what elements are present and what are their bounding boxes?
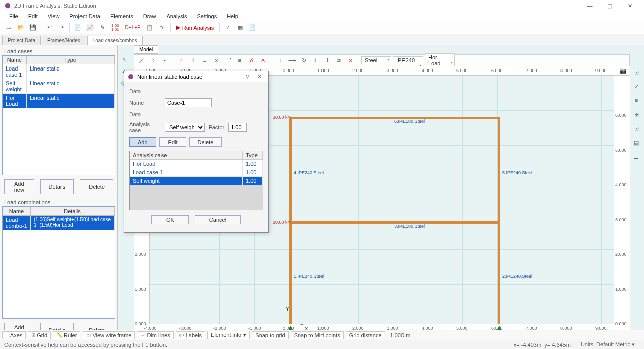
edit-button[interactable]: Edit — [159, 137, 186, 147]
snap-mid-toggle[interactable]: Snap to Mid points — [291, 331, 344, 339]
add-new-button[interactable]: Add new — [4, 179, 34, 194]
support-roller-icon[interactable]: ⟟ — [188, 55, 198, 65]
support-pin-icon[interactable]: ⌂ — [177, 55, 187, 65]
frame-element[interactable] — [498, 117, 500, 324]
hinge-icon[interactable]: ⊙ — [211, 55, 221, 65]
table-row[interactable]: Hor LoadLinear static — [3, 94, 115, 108]
analysis-cases-table[interactable]: Analysis case Type Hor Load1.00 Load cas… — [129, 151, 263, 210]
ok-button[interactable]: OK — [151, 215, 189, 224]
table-row[interactable]: Hor Load1.00 — [130, 160, 263, 168]
table-row[interactable]: Self weight1.00 — [130, 177, 263, 185]
dimlines-toggle[interactable]: ↔Dim lines — [137, 331, 173, 339]
delete-button[interactable]: Delete — [80, 179, 113, 194]
list-icon[interactable]: ☰ — [631, 151, 642, 162]
dll-button[interactable]: D+L+E — [123, 22, 143, 33]
node-icon[interactable]: • — [159, 55, 170, 65]
maximize-button[interactable]: ▢ — [600, 0, 620, 11]
chart-icon[interactable]: 📈 — [85, 22, 96, 33]
wireframe-toggle[interactable]: ▭View wire frame — [83, 331, 135, 339]
canvas-toolbar: ／ ⌇ • ⌂ ⟟ ⫠ ⊙ ⋮⋮ ≋ ⌂̸ ✕ ↓ ⟶ ↻ ⫴ ⤈ ⧉ ✕ St… — [134, 54, 630, 66]
view-icon[interactable]: ⊡ — [631, 66, 642, 78]
export-icon[interactable]: ⇲ — [156, 22, 168, 33]
draw-line-icon[interactable]: ／ — [136, 55, 146, 65]
support-fixed-icon[interactable]: ⫠ — [200, 55, 210, 65]
open-icon[interactable]: 📂 — [15, 22, 26, 33]
undo-icon[interactable]: ↶ — [44, 22, 55, 33]
point-load-icon[interactable]: ↓ — [276, 55, 286, 65]
menu-help[interactable]: Help — [222, 12, 244, 20]
cancel-button[interactable]: Cancel — [195, 215, 241, 224]
report-icon[interactable]: 📄 — [72, 22, 84, 33]
ratio-button[interactable]: 1.60 1.5L — [109, 22, 122, 33]
moment-icon[interactable]: ↻ — [299, 55, 309, 65]
minimize-button[interactable]: — — [580, 0, 600, 11]
loadcase-select[interactable]: Hor Load — [425, 53, 455, 67]
snap-grid-toggle[interactable]: Snap to grid — [252, 331, 288, 339]
menu-project-data[interactable]: Project Data — [64, 12, 105, 20]
release-icon[interactable]: ⋮⋮ — [223, 55, 233, 65]
design-icon[interactable]: ✎ — [97, 22, 108, 33]
help-button[interactable]: ? — [241, 74, 253, 80]
menu-draw[interactable]: Draw — [138, 12, 162, 20]
layers-icon[interactable]: ≡ — [631, 95, 642, 106]
page-icon[interactable]: 📄 — [247, 22, 258, 33]
tab-project-data[interactable]: Project Data — [2, 36, 41, 45]
menu-analysis[interactable]: Analysis — [161, 12, 192, 20]
ruler-toggle[interactable]: 📏Ruler — [53, 331, 80, 339]
table-row[interactable]: Load case 1Linear static — [3, 64, 115, 79]
grid-toggle[interactable]: ⊞Grid — [28, 331, 51, 339]
axes-toggle[interactable]: ⌐Axes — [2, 331, 26, 339]
factor-input[interactable] — [228, 123, 247, 132]
snap-icon[interactable]: ⊡ — [631, 123, 642, 134]
close-icon[interactable]: ✕ — [253, 73, 265, 80]
details-button[interactable]: Details — [40, 179, 74, 194]
filter-icon[interactable]: ✓ — [222, 22, 233, 33]
copy-load-icon[interactable]: ⧉ — [334, 55, 344, 65]
menu-view[interactable]: View — [43, 12, 65, 20]
copy-support-icon[interactable]: ⌂̸ — [246, 55, 256, 65]
camera-icon[interactable]: 📷 — [620, 67, 627, 74]
menu-edit[interactable]: Edit — [23, 12, 43, 20]
table-row[interactable]: Load case 11.00 — [130, 168, 263, 177]
table-row[interactable]: Self weightLinear static — [3, 79, 115, 94]
menu-settings[interactable]: Settings — [192, 12, 222, 20]
units-select[interactable]: Units: Default Metric ▾ — [576, 341, 640, 348]
tab-load-cases[interactable]: Load cases/combos — [87, 36, 143, 45]
run-analysis-button[interactable]: ▶ Run Analysis — [173, 24, 217, 31]
analysis-case-select[interactable]: Self weight — [165, 123, 205, 132]
delete-case-button[interactable]: Delete — [189, 137, 222, 147]
draw-poly-icon[interactable]: ⌇ — [148, 55, 158, 65]
material-select[interactable]: Steel — [361, 56, 391, 64]
new-icon[interactable]: ▭ — [3, 22, 14, 33]
extent-icon[interactable]: ⤢ — [631, 81, 642, 92]
element-info-select[interactable]: Element info ▾ — [207, 331, 250, 339]
dist-load-icon[interactable]: ⟶ — [287, 55, 297, 65]
redo-icon[interactable]: ↷ — [56, 22, 67, 33]
grid-distance-button[interactable]: Grid distance — [346, 331, 385, 339]
section-select[interactable]: IPE240 — [393, 56, 423, 64]
grid-icon[interactable]: ⊞ — [631, 109, 642, 120]
sidebar: Load cases Name Type Load case 1Linear s… — [0, 45, 118, 344]
help-text: Context-sensitive help can be accessed b… — [4, 342, 167, 348]
menu-elements[interactable]: Elements — [105, 12, 138, 20]
temp-load-icon[interactable]: ⫴ — [310, 55, 320, 65]
add-button[interactable]: Add — [129, 137, 156, 147]
save-icon[interactable]: 💾 — [27, 22, 38, 33]
table-row[interactable]: Load combo-1(1.00)Self weight+(1.50)Load… — [3, 216, 115, 230]
loadcases-table[interactable]: Name Type Load case 1Linear static Self … — [2, 55, 115, 175]
props-icon[interactable]: ▤ — [631, 137, 642, 148]
model-tab[interactable]: Model — [134, 45, 158, 54]
labels-toggle[interactable]: 🏷Labels — [176, 331, 205, 339]
tab-frames-nodes[interactable]: Frames/Nodes — [42, 36, 86, 45]
spring-icon[interactable]: ≋ — [234, 55, 245, 65]
doc-icon[interactable]: 📋 — [144, 22, 155, 33]
delete-load-icon[interactable]: ✕ — [345, 55, 355, 65]
settle-icon[interactable]: ⤈ — [322, 55, 332, 65]
table-icon[interactable]: ▦ — [234, 22, 246, 33]
menu-file[interactable]: File — [4, 12, 23, 20]
name-input[interactable] — [165, 98, 212, 107]
close-button[interactable]: ✕ — [620, 0, 640, 11]
combos-table[interactable]: Name Details Load combo-1(1.00)Self weig… — [2, 206, 115, 319]
cursor-icon[interactable]: ↖ — [119, 54, 130, 65]
delete-support-icon[interactable]: ✕ — [258, 55, 268, 65]
